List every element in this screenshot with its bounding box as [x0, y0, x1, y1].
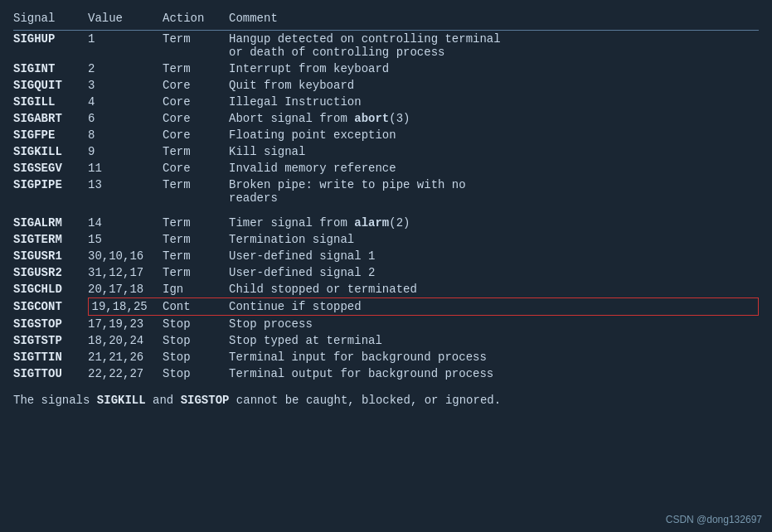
- footer-note: The signals SIGKILL and SIGSTOP cannot b…: [13, 394, 759, 407]
- cell-signal: SIGCHLD: [13, 281, 88, 298]
- cell-action: Term: [163, 248, 229, 264]
- cell-action: Term: [163, 143, 229, 160]
- cell-comment: User-defined signal 2: [229, 264, 759, 281]
- cell-action: Core: [163, 127, 229, 143]
- header-action: Action: [163, 8, 229, 31]
- cell-value: 14: [88, 215, 163, 231]
- cell-action: Stop: [163, 316, 229, 333]
- cell-action: Term: [163, 31, 229, 61]
- cell-comment: Quit from keyboard: [229, 77, 759, 94]
- header-comment: Comment: [229, 8, 759, 31]
- table-header-row: Signal Value Action Comment: [13, 8, 759, 31]
- cell-action: Core: [163, 110, 229, 127]
- table-row: SIGQUIT3CoreQuit from keyboard: [13, 77, 759, 94]
- cell-comment: Interrupt from keyboard: [229, 60, 759, 77]
- cell-signal: SIGALRM: [13, 215, 88, 231]
- cell-action: Term: [163, 177, 229, 206]
- cell-signal: SIGILL: [13, 94, 88, 110]
- cell-value: 1: [88, 31, 163, 61]
- cell-value: 19,18,25: [88, 298, 163, 316]
- cell-signal: SIGTTOU: [13, 365, 88, 382]
- cell-signal: SIGTERM: [13, 231, 88, 248]
- table-row: SIGSEGV11CoreInvalid memory reference: [13, 160, 759, 177]
- table-row: SIGCHLD20,17,18IgnChild stopped or termi…: [13, 281, 759, 298]
- cell-comment: Terminal input for background process: [229, 349, 759, 365]
- cell-action: Stop: [163, 332, 229, 349]
- cell-comment: Timer signal from alarm(2): [229, 215, 759, 231]
- table-row: SIGSTOP17,19,23StopStop process: [13, 316, 759, 333]
- cell-comment: Child stopped or terminated: [229, 281, 759, 298]
- table-row: SIGINT2TermInterrupt from keyboard: [13, 60, 759, 77]
- cell-action: Core: [163, 160, 229, 177]
- table-row: SIGUSR130,10,16TermUser-defined signal 1: [13, 248, 759, 264]
- cell-signal: SIGUSR1: [13, 248, 88, 264]
- cell-action: Stop: [163, 349, 229, 365]
- cell-comment: Invalid memory reference: [229, 160, 759, 177]
- cell-value: 20,17,18: [88, 281, 163, 298]
- table-row: SIGALRM14TermTimer signal from alarm(2): [13, 215, 759, 231]
- cell-comment: Continue if stopped: [229, 298, 759, 316]
- cell-value: 6: [88, 110, 163, 127]
- cell-action: Cont: [163, 298, 229, 316]
- header-value: Value: [88, 8, 163, 31]
- cell-value: 15: [88, 231, 163, 248]
- cell-comment: Termination signal: [229, 231, 759, 248]
- cell-value: 4: [88, 94, 163, 110]
- cell-action: Ign: [163, 281, 229, 298]
- cell-comment: Stop process: [229, 316, 759, 333]
- table-row: SIGTTIN21,21,26StopTerminal input for ba…: [13, 349, 759, 365]
- cell-value: 13: [88, 177, 163, 206]
- cell-action: Term: [163, 231, 229, 248]
- cell-action: Term: [163, 264, 229, 281]
- cell-comment: Kill signal: [229, 143, 759, 160]
- cell-comment: Abort signal from abort(3): [229, 110, 759, 127]
- cell-signal: SIGKILL: [13, 143, 88, 160]
- cell-value: 8: [88, 127, 163, 143]
- cell-signal: SIGSEGV: [13, 160, 88, 177]
- cell-signal: SIGFPE: [13, 127, 88, 143]
- cell-signal: SIGSTOP: [13, 316, 88, 333]
- cell-comment: Floating point exception: [229, 127, 759, 143]
- cell-signal: SIGUSR2: [13, 264, 88, 281]
- header-signal: Signal: [13, 8, 88, 31]
- cell-signal: SIGHUP: [13, 31, 88, 61]
- table-row: SIGTTOU22,22,27StopTerminal output for b…: [13, 365, 759, 382]
- cell-signal: SIGQUIT: [13, 77, 88, 94]
- cell-signal: SIGTSTP: [13, 332, 88, 349]
- table-row: SIGKILL9TermKill signal: [13, 143, 759, 160]
- cell-comment: Stop typed at terminal: [229, 332, 759, 349]
- cell-action: Core: [163, 94, 229, 110]
- cell-signal: SIGPIPE: [13, 177, 88, 206]
- cell-comment: Terminal output for background process: [229, 365, 759, 382]
- table-row: SIGTSTP18,20,24StopStop typed at termina…: [13, 332, 759, 349]
- cell-comment: Broken pipe: write to pipe with noreader…: [229, 177, 759, 206]
- cell-value: 30,10,16: [88, 248, 163, 264]
- table-row: SIGILL4CoreIllegal Instruction: [13, 94, 759, 110]
- cell-value: 9: [88, 143, 163, 160]
- cell-comment: User-defined signal 1: [229, 248, 759, 264]
- cell-value: 11: [88, 160, 163, 177]
- cell-action: Core: [163, 77, 229, 94]
- watermark: CSDN @dong132697: [666, 514, 762, 525]
- cell-action: Term: [163, 60, 229, 77]
- table-row: SIGCONT19,18,25ContContinue if stopped: [13, 298, 759, 316]
- cell-value: 22,22,27: [88, 365, 163, 382]
- cell-value: 17,19,23: [88, 316, 163, 333]
- cell-comment: Illegal Instruction: [229, 94, 759, 110]
- cell-signal: SIGCONT: [13, 298, 88, 316]
- cell-value: 2: [88, 60, 163, 77]
- table-row: SIGABRT6CoreAbort signal from abort(3): [13, 110, 759, 127]
- cell-value: 31,12,17: [88, 264, 163, 281]
- cell-value: 3: [88, 77, 163, 94]
- cell-signal: SIGINT: [13, 60, 88, 77]
- table-row: SIGUSR231,12,17TermUser-defined signal 2: [13, 264, 759, 281]
- table-row: SIGHUP1TermHangup detected on controllin…: [13, 31, 759, 61]
- table-row: SIGFPE8CoreFloating point exception: [13, 127, 759, 143]
- cell-signal: SIGTTIN: [13, 349, 88, 365]
- cell-action: Term: [163, 215, 229, 231]
- signals-table: Signal Value Action Comment SIGHUP1TermH…: [13, 8, 759, 382]
- cell-comment: Hangup detected on controlling terminalo…: [229, 31, 759, 61]
- cell-action: Stop: [163, 365, 229, 382]
- table-row: SIGTERM15TermTermination signal: [13, 231, 759, 248]
- table-row: SIGPIPE13TermBroken pipe: write to pipe …: [13, 177, 759, 206]
